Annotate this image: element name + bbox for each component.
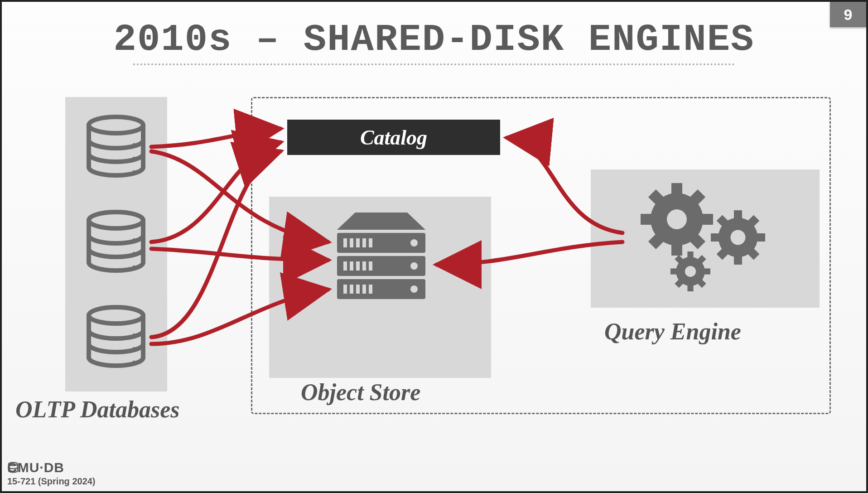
svg-point-64 [9,463,18,466]
diagram-stage: OLTP Databases Catalog [20,79,848,423]
connection-arrows [20,79,848,423]
database-icon [7,462,19,474]
title-underline [133,63,735,65]
slide-title: 2010s – SHARED-DISK ENGINES [2,18,866,61]
footer-course: 15-721 (Spring 2024) [7,476,96,487]
slide: 9 2010s – SHARED-DISK ENGINES [0,0,868,493]
cmu-db-logo: CMU·DB [7,460,96,475]
slide-footer: CMU·DB 15-721 (Spring 2024) [7,460,96,487]
